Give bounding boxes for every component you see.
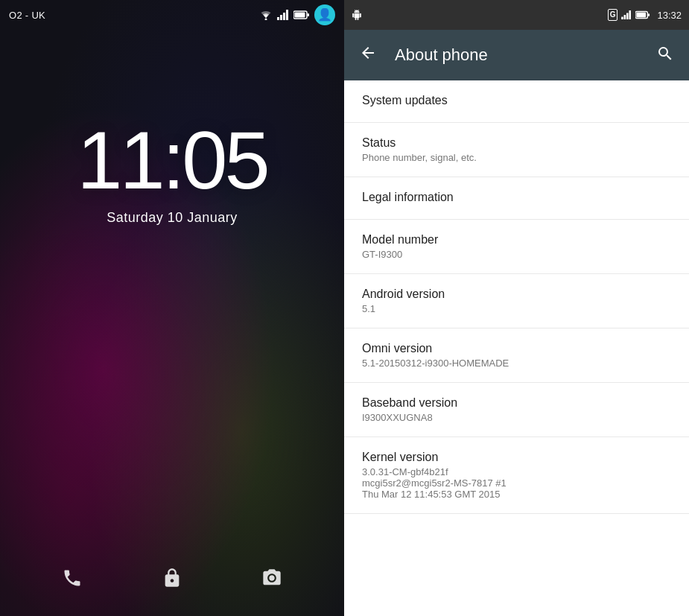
battery-icon-right xyxy=(635,10,650,19)
menu-item-omni-version[interactable]: Omni version 5.1-20150312-i9300-HOMEMADE xyxy=(344,328,689,383)
menu-item-system-updates[interactable]: System updates xyxy=(344,80,689,123)
menu-list: System updates Status Phone number, sign… xyxy=(344,80,689,616)
battery-icon xyxy=(293,10,310,19)
signal-icon xyxy=(277,10,289,20)
wifi-icon xyxy=(259,10,273,20)
menu-item-subtitle: 3.0.31-CM-gbf4b21f mcgi5sr2@mcgi5sr2-MS-… xyxy=(362,466,671,500)
svg-rect-9 xyxy=(624,15,626,19)
status-time: 13:32 xyxy=(657,10,682,21)
settings-panel: G 13:32 About phone xyxy=(344,0,689,616)
menu-item-title: Legal information xyxy=(362,191,671,204)
status-icons: 👤 xyxy=(259,4,335,25)
time-container: 11:05 Saturday 10 January xyxy=(0,119,344,226)
svg-rect-4 xyxy=(286,10,288,20)
svg-rect-1 xyxy=(277,17,279,20)
svg-rect-14 xyxy=(637,13,647,17)
lock-bottom-bar xyxy=(0,568,344,594)
menu-item-subtitle: 5.1 xyxy=(362,303,671,314)
menu-item-android-version[interactable]: Android version 5.1 xyxy=(344,274,689,328)
back-button[interactable] xyxy=(356,41,380,69)
menu-item-baseband[interactable]: Baseband version I9300XXUGNA8 xyxy=(344,383,689,437)
time-display: 11:05 xyxy=(77,119,267,201)
svg-rect-6 xyxy=(308,13,310,16)
svg-rect-10 xyxy=(626,13,629,19)
carrier-label: O2 - UK xyxy=(9,10,45,21)
date-display: Saturday 10 January xyxy=(107,210,238,226)
android-status-icons xyxy=(352,10,362,20)
app-bar: About phone xyxy=(344,30,689,80)
menu-item-title: Status xyxy=(362,136,671,150)
search-button[interactable] xyxy=(653,42,677,69)
menu-item-subtitle: I9300XXUGNA8 xyxy=(362,412,671,423)
lock-background xyxy=(0,0,344,616)
right-status-bar: G 13:32 xyxy=(344,0,689,30)
svg-rect-8 xyxy=(622,17,624,19)
android-robot-icon xyxy=(352,10,362,20)
lock-icon[interactable] xyxy=(162,568,182,594)
lock-status-bar: O2 - UK 👤 xyxy=(0,0,344,30)
svg-point-0 xyxy=(265,19,267,21)
svg-rect-2 xyxy=(280,15,282,20)
menu-item-model[interactable]: Model number GT-I9300 xyxy=(344,220,689,274)
right-status-icons: G 13:32 xyxy=(608,9,682,21)
avatar[interactable]: 👤 xyxy=(314,4,335,25)
svg-rect-7 xyxy=(295,13,305,18)
menu-item-title: System updates xyxy=(362,94,671,107)
signal-icon-right xyxy=(621,10,632,19)
menu-item-subtitle: Phone number, signal, etc. xyxy=(362,152,671,163)
menu-item-legal[interactable]: Legal information xyxy=(344,177,689,220)
menu-item-title: Omni version xyxy=(362,342,671,355)
menu-item-title: Baseband version xyxy=(362,396,671,410)
avatar-icon: 👤 xyxy=(317,9,332,21)
menu-item-status[interactable]: Status Phone number, signal, etc. xyxy=(344,123,689,177)
menu-item-subtitle: GT-I9300 xyxy=(362,249,671,260)
menu-item-title: Kernel version xyxy=(362,451,671,464)
svg-rect-13 xyxy=(648,13,650,16)
lock-screen: O2 - UK 👤 xyxy=(0,0,344,616)
menu-item-title: Model number xyxy=(362,233,671,247)
phone-icon[interactable] xyxy=(62,568,83,594)
camera-icon[interactable] xyxy=(261,568,282,594)
menu-item-title: Android version xyxy=(362,288,671,301)
svg-rect-3 xyxy=(283,13,285,20)
network-type-badge: G xyxy=(608,9,618,21)
svg-rect-11 xyxy=(629,10,632,19)
menu-item-subtitle: 5.1-20150312-i9300-HOMEMADE xyxy=(362,358,671,369)
app-bar-title: About phone xyxy=(395,45,653,65)
menu-item-kernel[interactable]: Kernel version 3.0.31-CM-gbf4b21f mcgi5s… xyxy=(344,437,689,514)
